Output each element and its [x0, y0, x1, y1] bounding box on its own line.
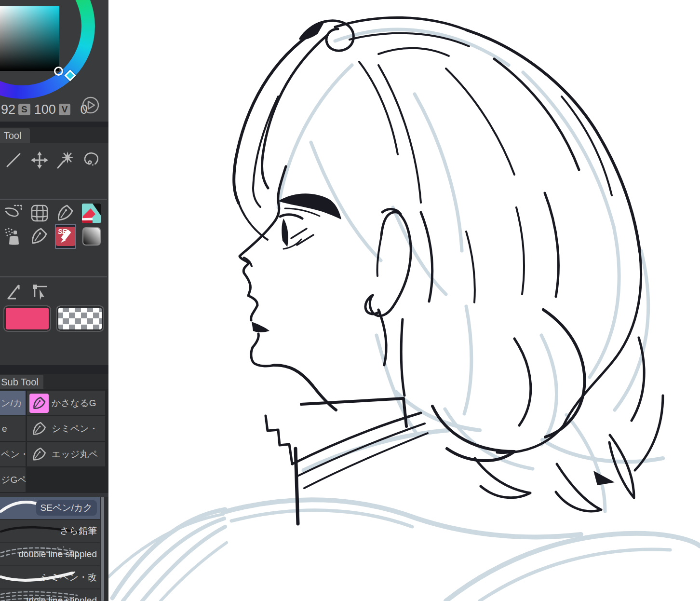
- se-pen-tool-selected[interactable]: SE: [55, 226, 76, 247]
- subtool-cell[interactable]: ン/カ: [0, 391, 26, 415]
- main-color-swatch[interactable]: [3, 305, 51, 332]
- pen-nib-icon: [29, 445, 49, 464]
- subtool-cell[interactable]: ジGペ: [0, 467, 26, 492]
- gradient-tool-icon: [82, 227, 101, 246]
- brush-list-scrollbar[interactable]: [101, 497, 104, 601]
- tool-tab-label: Tool: [4, 130, 22, 141]
- tool-group-separator-2: [0, 276, 107, 277]
- marker-tool-icon: [82, 204, 101, 223]
- pink-pen-icon: [29, 394, 49, 413]
- brush-label: さら鉛筆: [60, 525, 97, 537]
- figure-tool[interactable]: [3, 282, 24, 303]
- subtool-label: かさなるG: [52, 397, 96, 410]
- brush-row-se-pen[interactable]: SEペン/カク: [0, 497, 100, 519]
- subtool-tab-row: Sub Tool: [0, 374, 108, 389]
- saturation-value-square[interactable]: [0, 6, 59, 71]
- liquify-tool[interactable]: [3, 203, 24, 224]
- transparent-color-swatch[interactable]: [56, 305, 104, 332]
- subtool-label: エッジ丸ペ: [52, 448, 98, 461]
- tool-tab-row: Tool: [0, 127, 108, 143]
- brush-label: double line stippled: [18, 549, 97, 560]
- subtool-label: ン/カ: [1, 397, 22, 410]
- saturation-badge: S: [18, 104, 30, 115]
- pen-tool-2[interactable]: [29, 226, 50, 247]
- left-palette-column: 92 S 100 V 0 Tool: [0, 0, 108, 601]
- subtool-cell[interactable]: ペン・: [0, 442, 26, 466]
- line-tool[interactable]: [3, 150, 24, 171]
- subtool-cell[interactable]: e: [0, 416, 26, 441]
- brush-row-sara-pencil[interactable]: さら鉛筆: [0, 520, 100, 542]
- subtool-label: シミペン・: [52, 423, 98, 435]
- canvas-artwork: [108, 0, 700, 601]
- airbrush-tool[interactable]: [3, 226, 24, 247]
- selected-tool-frame: SE: [55, 224, 76, 249]
- brush-label: シミペン・改: [41, 571, 97, 584]
- saturation-value: 100: [34, 102, 56, 117]
- value-badge: V: [59, 104, 71, 115]
- tool-group-separator: [0, 199, 107, 200]
- tab-tool[interactable]: Tool: [0, 128, 30, 143]
- color-slider-toggle-icon[interactable]: [81, 95, 101, 115]
- subtool-cell-shimipen[interactable]: シミペン・: [27, 416, 105, 441]
- marker-tool[interactable]: [81, 203, 102, 224]
- sv-cursor[interactable]: [54, 67, 63, 76]
- subtool-label: ペン・: [1, 448, 26, 461]
- auto-select-wand-icon[interactable]: [55, 150, 76, 171]
- se-icon-text: SE: [58, 228, 67, 235]
- gradient-tool[interactable]: [81, 226, 102, 247]
- brush-row-shimipen-kai[interactable]: シミペン・改: [0, 566, 100, 588]
- tab-sub-tool[interactable]: Sub Tool: [0, 375, 43, 389]
- drawing-canvas[interactable]: [108, 0, 700, 601]
- subtool-cell-kasanaru[interactable]: かさなるG: [27, 391, 105, 415]
- subtool-label: ジGペ: [1, 474, 26, 486]
- brush-row-double-stippled[interactable]: double line stippled: [0, 543, 100, 565]
- mesh-transform-tool[interactable]: [29, 203, 50, 224]
- move-tool[interactable]: [29, 150, 50, 171]
- subtool-tab-label: Sub Tool: [1, 377, 38, 388]
- subtool-label: e: [2, 423, 7, 434]
- pen-nib-icon: [29, 419, 49, 438]
- subtool-cell-edge-maru[interactable]: エッジ丸ペ: [27, 442, 105, 466]
- brush-label: SEペン/カク: [36, 500, 97, 516]
- lasso-tool[interactable]: [81, 150, 102, 171]
- se-pen-icon: SE: [56, 227, 75, 246]
- pen-tool[interactable]: [55, 203, 76, 224]
- panel-divider: [0, 122, 108, 127]
- scrollbar-thumb[interactable]: [101, 497, 104, 601]
- brush-row-triple-stippled[interactable]: triple line stippled: [0, 589, 100, 601]
- hue-value: 92: [1, 102, 15, 117]
- brush-label: triple line stippled: [26, 595, 97, 601]
- panel-divider-2: [0, 365, 108, 374]
- color-wheel-panel: 92 S 100 V 0: [0, 0, 108, 122]
- object-select-tool[interactable]: [29, 282, 50, 303]
